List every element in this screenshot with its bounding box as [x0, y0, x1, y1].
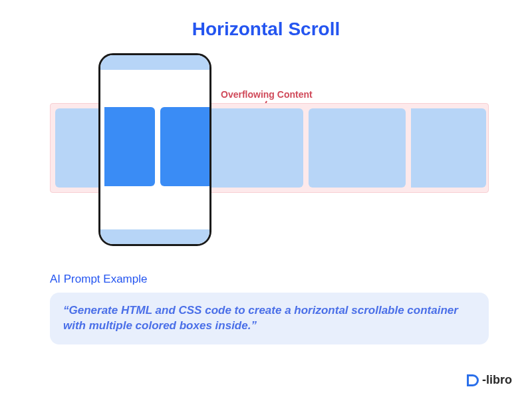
prompt-example-section: AI Prompt Example “Generate HTML and CSS… — [50, 273, 489, 344]
overflow-annotation: Overflowing Content — [221, 89, 313, 100]
page-title: Horizontal Scroll — [0, 19, 532, 40]
brand-text: -libro — [482, 373, 512, 387]
visible-box — [160, 107, 209, 186]
content-box — [411, 108, 486, 188]
content-box — [206, 108, 303, 188]
phone-nav-bar — [100, 229, 209, 244]
prompt-text: “Generate HTML and CSS code to create a … — [63, 303, 475, 334]
brand-logo: -libro — [467, 373, 512, 387]
prompt-section-label: AI Prompt Example — [50, 273, 489, 286]
brand-d-icon — [467, 374, 479, 386]
phone-viewport-frame — [98, 53, 211, 246]
content-box — [55, 108, 98, 188]
prompt-box: “Generate HTML and CSS code to create a … — [50, 293, 489, 344]
visible-box — [104, 107, 155, 186]
content-box — [309, 108, 406, 188]
phone-status-bar — [100, 55, 209, 70]
